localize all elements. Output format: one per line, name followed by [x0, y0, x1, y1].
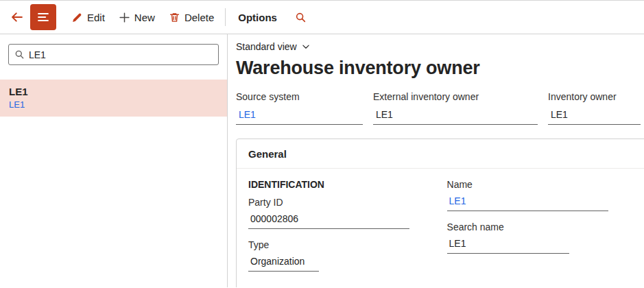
- content-area: Standard view Warehouse inventory owner …: [228, 34, 644, 287]
- field-search-name: Search name LE1: [447, 221, 644, 254]
- field-value[interactable]: LE1: [373, 108, 538, 125]
- chevron-down-icon: [302, 43, 310, 51]
- field-label: Search name: [447, 221, 644, 232]
- options-button[interactable]: Options: [230, 5, 285, 29]
- identification-group-heading: IDENTIFICATION: [248, 179, 447, 190]
- general-tab-header[interactable]: General: [237, 139, 644, 169]
- field-value[interactable]: Organization: [248, 255, 319, 272]
- toolbar-search-button[interactable]: [289, 5, 313, 29]
- field-source-system: Source system LE1: [236, 91, 363, 125]
- field-value[interactable]: LE1: [447, 237, 569, 254]
- main-area: LE1 LE1 Standard view Warehouse inventor…: [0, 34, 644, 287]
- search-icon: [295, 12, 307, 23]
- list-search-icon: [14, 49, 25, 60]
- field-value[interactable]: LE1: [447, 195, 608, 211]
- new-button[interactable]: New: [112, 5, 162, 29]
- field-label: Source system: [236, 91, 363, 102]
- command-bar: Edit New Delete Options: [0, 0, 644, 34]
- plus-icon: [119, 12, 130, 23]
- view-selector-label: Standard view: [236, 41, 297, 52]
- list-item-subtitle: LE1: [9, 99, 219, 110]
- general-left-column: IDENTIFICATION Party ID 000002806 Type O…: [248, 179, 447, 282]
- toggle-list-pane-button[interactable]: [30, 4, 56, 30]
- list-search-input[interactable]: [29, 49, 213, 60]
- field-value[interactable]: LE1: [236, 108, 363, 125]
- new-button-label: New: [134, 12, 155, 23]
- list-search-box: [8, 44, 219, 65]
- field-label: Name: [447, 179, 644, 190]
- page-title: Warehouse inventory owner: [236, 58, 644, 79]
- header-fields: Source system LE1 External inventory own…: [236, 91, 644, 125]
- delete-button-label: Delete: [184, 12, 214, 23]
- field-label: External inventory owner: [373, 91, 538, 102]
- general-right-column: Name LE1 Search name LE1: [447, 179, 644, 282]
- list-pane-toggle-icon: [36, 10, 50, 24]
- field-label: Inventory owner: [548, 91, 641, 102]
- back-button[interactable]: [5, 5, 29, 29]
- field-value[interactable]: 000002806: [248, 213, 409, 229]
- list-pane: LE1 LE1: [0, 34, 228, 287]
- record-list: LE1 LE1: [0, 80, 227, 117]
- field-label: Type: [248, 239, 447, 250]
- general-section: General IDENTIFICATION Party ID 00000280…: [236, 139, 644, 287]
- delete-trash-icon: [169, 12, 180, 23]
- list-item[interactable]: LE1 LE1: [0, 80, 227, 117]
- field-external-inventory-owner: External inventory owner LE1: [373, 91, 538, 125]
- field-value[interactable]: LE1: [548, 108, 641, 125]
- field-party-id: Party ID 000002806: [248, 197, 447, 229]
- edit-button-label: Edit: [87, 12, 105, 23]
- back-arrow-icon: [10, 10, 24, 24]
- general-tab-label: General: [248, 148, 287, 160]
- field-type: Type Organization: [248, 239, 447, 272]
- toolbar-divider: [225, 8, 226, 26]
- general-section-body: IDENTIFICATION Party ID 000002806 Type O…: [237, 169, 644, 282]
- field-inventory-owner: Inventory owner LE1: [548, 91, 641, 125]
- edit-button[interactable]: Edit: [64, 5, 112, 29]
- view-selector[interactable]: Standard view: [236, 41, 310, 52]
- field-name: Name LE1: [447, 179, 644, 211]
- field-label: Party ID: [248, 197, 447, 208]
- options-button-label: Options: [238, 12, 277, 23]
- delete-button[interactable]: Delete: [162, 5, 221, 29]
- list-item-title: LE1: [9, 86, 219, 97]
- edit-pencil-icon: [71, 12, 83, 23]
